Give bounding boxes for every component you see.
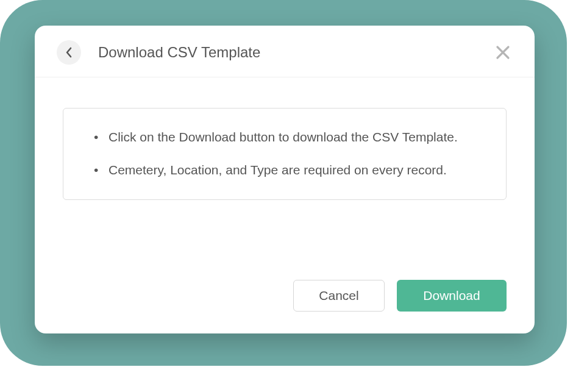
chevron-left-icon [65,47,73,58]
back-button[interactable] [57,40,81,65]
download-button[interactable]: Download [397,280,507,312]
download-csv-modal: Download CSV Template Click on the Downl… [35,26,535,333]
close-icon [495,45,511,60]
cancel-button[interactable]: Cancel [293,280,385,312]
close-button[interactable] [493,43,513,62]
instructions-list: Click on the Download button to download… [90,128,479,180]
modal-title: Download CSV Template [98,44,493,61]
instruction-item: Click on the Download button to download… [90,128,479,146]
instruction-item: Cemetery, Location, and Type are require… [90,161,479,179]
modal-body: Click on the Download button to download… [35,77,535,268]
instructions-box: Click on the Download button to download… [63,108,507,200]
modal-header: Download CSV Template [35,26,535,77]
modal-footer: Cancel Download [35,268,535,333]
